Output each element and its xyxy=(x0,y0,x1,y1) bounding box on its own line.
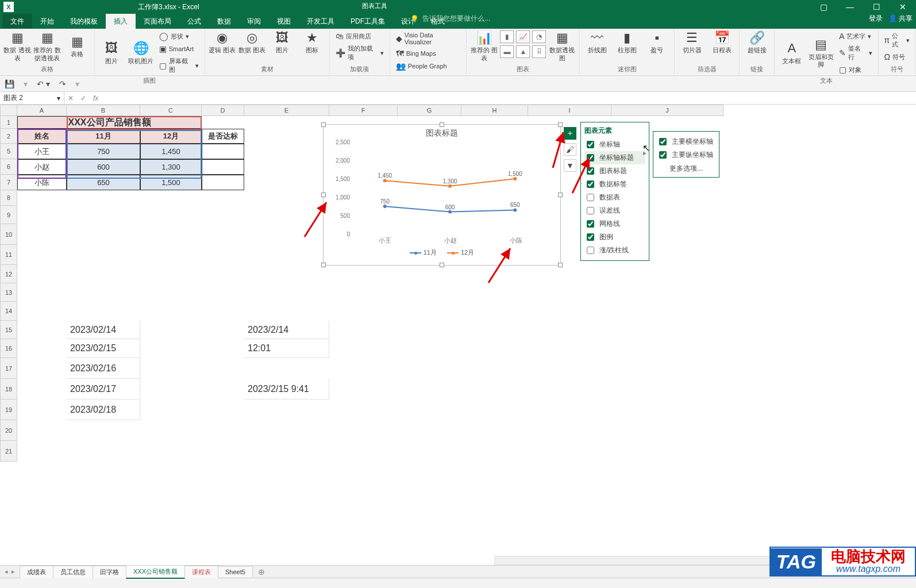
chart-element-数据标签[interactable]: 数据标签 xyxy=(584,178,645,191)
cell-A2[interactable]: 姓名 xyxy=(17,129,67,144)
sheet-tab-2[interactable]: 员工信息 xyxy=(53,566,93,578)
col-header-G[interactable]: G xyxy=(398,105,461,116)
tab-pdf[interactable]: PDF工具集 xyxy=(342,14,393,29)
tell-me-search[interactable]: 💡告诉我您想要做什么... xyxy=(410,14,490,24)
material-icon-button[interactable]: ★图标 xyxy=(298,30,326,55)
sheet-nav-prev[interactable]: ◂ xyxy=(5,568,8,575)
object-button[interactable]: ▢对象 xyxy=(837,64,874,75)
share-button[interactable]: 👤 共享 xyxy=(888,14,913,24)
col-header-C[interactable]: C xyxy=(140,105,202,116)
row-header-19[interactable]: 19 xyxy=(0,399,17,420)
chart-elements-menu[interactable]: 图表元素 坐标轴坐标轴标题图表标题数据标签数据表误差线网格线图例涨/跌柱线 ▸ xyxy=(580,122,649,261)
cell-A1[interactable]: XXX公司产品销售额 xyxy=(17,116,202,129)
cell-A5[interactable]: 小王 xyxy=(17,144,67,159)
chart-plot-area[interactable]: 05001,0001,5002,0002,5007506006501,4501,… xyxy=(352,142,549,234)
enter-formula-button[interactable]: ✓ xyxy=(80,94,86,102)
row-header-20[interactable]: 20 xyxy=(0,420,17,441)
tab-home[interactable]: 开始 xyxy=(32,14,62,29)
name-box[interactable]: 图表 2▾ xyxy=(0,92,64,104)
axis-title-主要纵坐标轴[interactable]: 主要纵坐标轴 xyxy=(657,148,715,162)
row-header-10[interactable]: 10 xyxy=(0,224,17,245)
row-header-15[interactable]: 15 xyxy=(0,321,17,339)
qat-dropdown[interactable]: ▾ xyxy=(24,79,28,89)
table-button[interactable]: ▦表格 xyxy=(63,30,91,62)
equation-button[interactable]: π公式 ▾ xyxy=(882,30,912,50)
shapes-button[interactable]: ◯形状 ▾ xyxy=(157,30,201,42)
cell-C7[interactable]: 1,500 xyxy=(140,175,202,190)
chart-filter-button[interactable]: ▼ xyxy=(564,159,576,172)
save-button[interactable]: 💾 xyxy=(5,79,14,89)
cell-E16[interactable]: 12:01 xyxy=(244,339,329,358)
col-header-I[interactable]: I xyxy=(528,105,611,116)
datamap-button[interactable]: ◎数据 图表 xyxy=(238,30,266,55)
col-header-A[interactable]: A xyxy=(17,105,67,116)
chart-element-网格线[interactable]: 网格线 xyxy=(584,217,645,230)
sheet-tab-4[interactable]: XXX公司销售额 xyxy=(126,565,185,579)
maximize-button[interactable]: ☐ xyxy=(863,0,890,14)
cell-B18[interactable]: 2023/02/17 xyxy=(67,379,140,399)
tab-formulas[interactable]: 公式 xyxy=(179,14,209,29)
column-chart-icon[interactable]: ▮ xyxy=(500,30,514,43)
col-header-F[interactable]: F xyxy=(329,105,398,116)
row-header-6[interactable]: 6 xyxy=(0,159,17,175)
sheet-tab-5[interactable]: 课程表 xyxy=(184,566,218,578)
row-header-1[interactable]: 1 xyxy=(0,116,17,129)
signature-button[interactable]: ✎签名行 ▾ xyxy=(837,43,874,63)
col-header-B[interactable]: B xyxy=(67,105,140,116)
sparkline-winloss-button[interactable]: ▪盈亏 xyxy=(643,30,671,55)
col-header-J[interactable]: J xyxy=(611,105,723,116)
row-header-11[interactable]: 11 xyxy=(0,245,17,265)
undo-button[interactable]: ↶ ▾ xyxy=(37,79,50,89)
chart-element-坐标轴[interactable]: 坐标轴 xyxy=(584,138,645,151)
sheet-tab-6[interactable]: Sheet5 xyxy=(218,566,253,577)
row-header-2[interactable]: 2 xyxy=(0,129,17,144)
cell-A7[interactable]: 小陈 xyxy=(17,175,67,190)
tab-mytemplates[interactable]: 我的模板 xyxy=(62,14,106,29)
sheet-tab-3[interactable]: 田字格 xyxy=(93,566,126,578)
spreadsheet-grid[interactable]: 1256789101112131415161718192021 ABCDEFGH… xyxy=(0,105,916,565)
select-all-corner[interactable] xyxy=(0,105,17,116)
cell-E15[interactable]: 2023/2/14 xyxy=(244,321,329,339)
cancel-formula-button[interactable]: ✕ xyxy=(68,94,74,102)
pivot-table-button[interactable]: ▦数据 透视表 xyxy=(3,30,31,62)
cell-B6[interactable]: 600 xyxy=(67,159,140,175)
col-header-D[interactable]: D xyxy=(202,105,244,116)
cell-C6[interactable]: 1,300 xyxy=(140,159,202,175)
chart-legend[interactable]: 11月12月 xyxy=(324,248,560,257)
minimize-button[interactable]: — xyxy=(837,0,863,14)
wordart-button[interactable]: A艺术字 ▾ xyxy=(837,30,874,42)
row-header-9[interactable]: 9 xyxy=(0,206,17,224)
row-header-16[interactable]: 16 xyxy=(0,339,17,358)
sparkline-line-button[interactable]: 〰折线图 xyxy=(583,30,611,55)
cell-A6[interactable]: 小赵 xyxy=(17,159,67,175)
cell-D7[interactable] xyxy=(202,175,244,190)
row-header-21[interactable]: 21 xyxy=(0,441,17,462)
people-button[interactable]: 👥People Graph xyxy=(394,60,463,72)
tab-data[interactable]: 数据 xyxy=(209,14,239,29)
chart-title[interactable]: 图表标题 xyxy=(324,125,560,142)
fx-icon[interactable]: fx xyxy=(93,94,98,102)
recommended-charts-button[interactable]: 📊推荐的 图表 xyxy=(470,30,498,62)
close-button[interactable]: ✕ xyxy=(890,0,916,14)
chart-element-误差线[interactable]: 误差线 xyxy=(584,204,645,217)
row-header-8[interactable]: 8 xyxy=(0,190,17,206)
qat-extra-button[interactable]: ▾ xyxy=(75,79,79,89)
tab-file[interactable]: 文件 xyxy=(2,14,32,29)
cell-D2[interactable]: 是否达标 xyxy=(202,129,244,144)
cell-B19[interactable]: 2023/02/18 xyxy=(67,399,140,420)
axis-title-主要横坐标轴[interactable]: 主要横坐标轴 xyxy=(657,135,715,148)
timeline-button[interactable]: 📅日程表 xyxy=(708,30,736,55)
pivot-chart-button[interactable]: ▦数据透视图 xyxy=(548,30,576,62)
cell-C5[interactable]: 1,450 xyxy=(140,144,202,159)
bar-chart-icon[interactable]: ▬ xyxy=(500,45,514,58)
col-header-E[interactable]: E xyxy=(244,105,329,116)
chart-elements-button[interactable]: ＋ xyxy=(564,127,576,140)
store-button[interactable]: 🛍应用商店 xyxy=(333,30,386,42)
chart-type-grid[interactable]: ▮📈◔ ▬▲⠿ xyxy=(500,30,546,62)
col-header-H[interactable]: H xyxy=(461,105,528,116)
cell-B15[interactable]: 2023/02/14 xyxy=(67,321,140,339)
cell-B5[interactable]: 750 xyxy=(67,144,140,159)
cell-D6[interactable] xyxy=(202,159,244,175)
hyperlink-button[interactable]: 🔗超链接 xyxy=(743,30,771,55)
sheet-nav-next[interactable]: ▸ xyxy=(11,568,15,575)
